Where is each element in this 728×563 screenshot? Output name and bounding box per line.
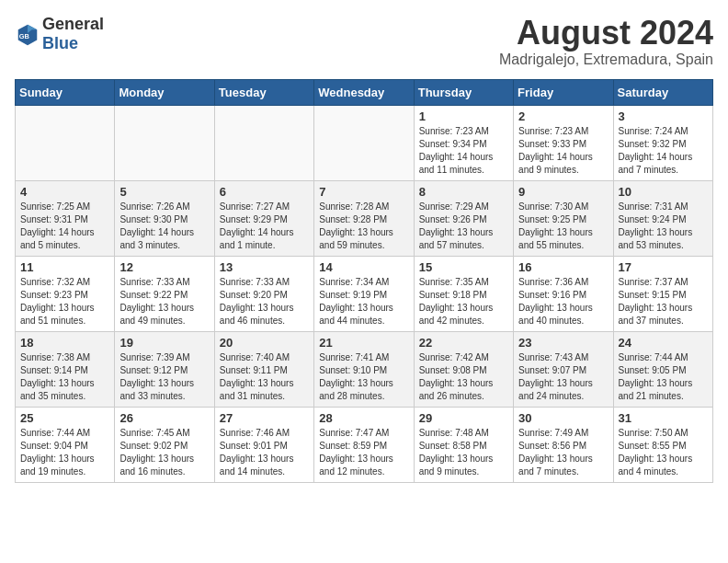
day-number: 30 <box>518 411 608 425</box>
calendar-cell: 30Sunrise: 7:49 AMSunset: 8:56 PMDayligh… <box>514 407 613 482</box>
cell-content: Sunrise: 7:23 AMSunset: 9:34 PMDaylight:… <box>419 125 508 177</box>
day-number: 26 <box>119 411 209 425</box>
calendar-cell: 18Sunrise: 7:38 AMSunset: 9:14 PMDayligh… <box>16 331 115 407</box>
header-thursday: Thursday <box>414 79 513 105</box>
day-number: 11 <box>20 260 109 274</box>
calendar-cell: 1Sunrise: 7:23 AMSunset: 9:34 PMDaylight… <box>414 105 513 180</box>
title-area: August 2024 Madrigalejo, Extremadura, Sp… <box>499 15 713 68</box>
cell-content: Sunrise: 7:43 AMSunset: 9:07 PMDaylight:… <box>518 351 608 403</box>
calendar-cell: 19Sunrise: 7:39 AMSunset: 9:12 PMDayligh… <box>115 331 214 407</box>
calendar-cell: 8Sunrise: 7:29 AMSunset: 9:26 PMDaylight… <box>414 180 513 256</box>
calendar-cell: 26Sunrise: 7:45 AMSunset: 9:02 PMDayligh… <box>115 407 214 482</box>
cell-content: Sunrise: 7:44 AMSunset: 9:04 PMDaylight:… <box>20 427 109 478</box>
cell-content: Sunrise: 7:49 AMSunset: 8:56 PMDaylight:… <box>518 427 608 478</box>
day-number: 19 <box>119 336 209 350</box>
calendar-cell: 21Sunrise: 7:41 AMSunset: 9:10 PMDayligh… <box>314 331 414 407</box>
calendar-cell: 14Sunrise: 7:34 AMSunset: 9:19 PMDayligh… <box>314 256 414 331</box>
calendar-cell: 12Sunrise: 7:33 AMSunset: 9:22 PMDayligh… <box>115 256 214 331</box>
calendar-cell: 5Sunrise: 7:26 AMSunset: 9:30 PMDaylight… <box>115 180 214 256</box>
calendar-cell: 29Sunrise: 7:48 AMSunset: 8:58 PMDayligh… <box>414 407 513 482</box>
calendar-cell: 22Sunrise: 7:42 AMSunset: 9:08 PMDayligh… <box>414 331 513 407</box>
calendar-cell: 6Sunrise: 7:27 AMSunset: 9:29 PMDaylight… <box>214 180 313 256</box>
calendar-cell: 31Sunrise: 7:50 AMSunset: 8:55 PMDayligh… <box>613 407 712 482</box>
cell-content: Sunrise: 7:37 AMSunset: 9:15 PMDaylight:… <box>619 276 708 327</box>
day-number: 9 <box>518 185 608 199</box>
calendar-week-1: 1Sunrise: 7:23 AMSunset: 9:34 PMDaylight… <box>16 105 713 180</box>
cell-content: Sunrise: 7:38 AMSunset: 9:14 PMDaylight:… <box>20 351 109 403</box>
logo-blue: Blue <box>42 34 78 52</box>
header-row: SundayMondayTuesdayWednesdayThursdayFrid… <box>16 79 713 105</box>
calendar-week-2: 4Sunrise: 7:25 AMSunset: 9:31 PMDaylight… <box>16 180 713 256</box>
cell-content: Sunrise: 7:26 AMSunset: 9:30 PMDaylight:… <box>119 201 209 252</box>
page-title: August 2024 <box>499 15 713 52</box>
cell-content: Sunrise: 7:46 AMSunset: 9:01 PMDaylight:… <box>220 427 309 478</box>
day-number: 22 <box>419 336 508 350</box>
day-number: 24 <box>619 336 708 350</box>
calendar-cell: 23Sunrise: 7:43 AMSunset: 9:07 PMDayligh… <box>514 331 613 407</box>
page-subtitle: Madrigalejo, Extremadura, Spain <box>499 52 713 68</box>
cell-content: Sunrise: 7:40 AMSunset: 9:11 PMDaylight:… <box>220 351 309 403</box>
calendar-cell: 11Sunrise: 7:32 AMSunset: 9:23 PMDayligh… <box>16 256 115 331</box>
cell-content: Sunrise: 7:30 AMSunset: 9:25 PMDaylight:… <box>518 201 608 252</box>
day-number: 20 <box>220 336 309 350</box>
calendar-cell: 20Sunrise: 7:40 AMSunset: 9:11 PMDayligh… <box>214 331 313 407</box>
cell-content: Sunrise: 7:28 AMSunset: 9:28 PMDaylight:… <box>319 201 408 252</box>
calendar-cell: 15Sunrise: 7:35 AMSunset: 9:18 PMDayligh… <box>414 256 513 331</box>
day-number: 17 <box>619 260 708 274</box>
calendar-cell <box>314 105 414 180</box>
calendar-cell <box>115 105 214 180</box>
day-number: 25 <box>20 411 109 425</box>
day-number: 15 <box>419 260 508 274</box>
calendar-cell: 16Sunrise: 7:36 AMSunset: 9:16 PMDayligh… <box>514 256 613 331</box>
day-number: 21 <box>319 336 408 350</box>
day-number: 8 <box>419 185 508 199</box>
calendar-week-4: 18Sunrise: 7:38 AMSunset: 9:14 PMDayligh… <box>16 331 713 407</box>
logo-general: General <box>42 15 104 33</box>
cell-content: Sunrise: 7:29 AMSunset: 9:26 PMDaylight:… <box>419 201 508 252</box>
day-number: 14 <box>319 260 408 274</box>
header-wednesday: Wednesday <box>314 79 414 105</box>
calendar-table: SundayMondayTuesdayWednesdayThursdayFrid… <box>15 79 713 483</box>
calendar-cell: 27Sunrise: 7:46 AMSunset: 9:01 PMDayligh… <box>214 407 313 482</box>
calendar-cell: 17Sunrise: 7:37 AMSunset: 9:15 PMDayligh… <box>613 256 712 331</box>
cell-content: Sunrise: 7:44 AMSunset: 9:05 PMDaylight:… <box>619 351 708 403</box>
day-number: 18 <box>20 336 109 350</box>
svg-text:GB: GB <box>19 32 30 40</box>
header-tuesday: Tuesday <box>214 79 313 105</box>
day-number: 7 <box>319 185 408 199</box>
header-friday: Friday <box>514 79 613 105</box>
calendar-cell: 4Sunrise: 7:25 AMSunset: 9:31 PMDaylight… <box>16 180 115 256</box>
calendar-cell: 28Sunrise: 7:47 AMSunset: 8:59 PMDayligh… <box>314 407 414 482</box>
day-number: 4 <box>20 185 109 199</box>
day-number: 27 <box>220 411 309 425</box>
cell-content: Sunrise: 7:25 AMSunset: 9:31 PMDaylight:… <box>20 201 109 252</box>
cell-content: Sunrise: 7:50 AMSunset: 8:55 PMDaylight:… <box>619 427 708 478</box>
day-number: 1 <box>419 109 508 123</box>
cell-content: Sunrise: 7:31 AMSunset: 9:24 PMDaylight:… <box>619 201 708 252</box>
calendar-cell <box>16 105 115 180</box>
logo-icon: GB <box>15 21 40 47</box>
cell-content: Sunrise: 7:36 AMSunset: 9:16 PMDaylight:… <box>518 276 608 327</box>
calendar-cell: 25Sunrise: 7:44 AMSunset: 9:04 PMDayligh… <box>16 407 115 482</box>
calendar-cell: 10Sunrise: 7:31 AMSunset: 9:24 PMDayligh… <box>613 180 712 256</box>
day-number: 28 <box>319 411 408 425</box>
cell-content: Sunrise: 7:24 AMSunset: 9:32 PMDaylight:… <box>619 125 708 177</box>
day-number: 6 <box>220 185 309 199</box>
header-monday: Monday <box>115 79 214 105</box>
calendar-cell <box>214 105 313 180</box>
day-number: 10 <box>619 185 708 199</box>
header-saturday: Saturday <box>613 79 712 105</box>
cell-content: Sunrise: 7:39 AMSunset: 9:12 PMDaylight:… <box>119 351 209 403</box>
cell-content: Sunrise: 7:27 AMSunset: 9:29 PMDaylight:… <box>220 201 309 252</box>
cell-content: Sunrise: 7:45 AMSunset: 9:02 PMDaylight:… <box>119 427 209 478</box>
cell-content: Sunrise: 7:41 AMSunset: 9:10 PMDaylight:… <box>319 351 408 403</box>
cell-content: Sunrise: 7:23 AMSunset: 9:33 PMDaylight:… <box>518 125 608 177</box>
cell-content: Sunrise: 7:32 AMSunset: 9:23 PMDaylight:… <box>20 276 109 327</box>
cell-content: Sunrise: 7:35 AMSunset: 9:18 PMDaylight:… <box>419 276 508 327</box>
day-number: 29 <box>419 411 508 425</box>
day-number: 5 <box>119 185 209 199</box>
calendar-cell: 2Sunrise: 7:23 AMSunset: 9:33 PMDaylight… <box>514 105 613 180</box>
page-header: GB General Blue August 2024 Madrigalejo,… <box>15 15 713 68</box>
calendar-cell: 3Sunrise: 7:24 AMSunset: 9:32 PMDaylight… <box>613 105 712 180</box>
calendar-header: SundayMondayTuesdayWednesdayThursdayFrid… <box>16 79 713 105</box>
